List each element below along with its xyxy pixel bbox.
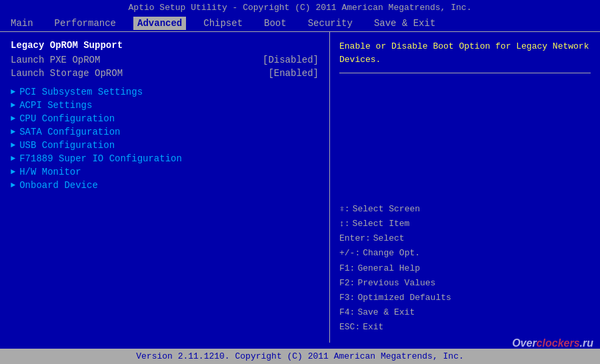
nav-item-sata-configuration[interactable]: ►SATA Configuration (11, 125, 319, 139)
shortcut-desc: Previous Values (357, 276, 435, 291)
setting-row: Launch PXE OpROM[Disabled] (11, 53, 319, 67)
nav-item-onboard-device[interactable]: ►Onboard Device (11, 179, 319, 192)
nav-items-container: ►PCI Subsystem Settings►ACPI Settings►CP… (11, 85, 319, 192)
title-text: Aptio Setup Utility - Copyright (C) 2011… (129, 3, 472, 13)
nav-item-f71889-super-io-configuration[interactable]: ►F71889 Super IO Configuration (11, 152, 319, 165)
menu-item-main[interactable]: Main (7, 17, 37, 30)
menu-item-security[interactable]: Security (304, 17, 357, 30)
shortcut-key: ESC: (339, 320, 360, 335)
nav-arrow: ► (11, 101, 15, 110)
menu-item-advanced[interactable]: Advanced (133, 17, 186, 30)
nav-item-label: SATA Configuration (19, 127, 120, 137)
menu-item-boot[interactable]: Boot (260, 17, 291, 30)
shortcut-row: ⇳:Select Screen (339, 202, 591, 217)
shortcut-desc: Exit (363, 320, 383, 335)
watermark-prefix: Over (512, 337, 536, 349)
menu-item-chipset[interactable]: Chipset (199, 17, 247, 30)
nav-arrow: ► (11, 167, 15, 177)
menu-item-save---exit[interactable]: Save & Exit (370, 17, 439, 30)
nav-arrow: ► (11, 141, 15, 150)
nav-item-cpu-configuration[interactable]: ►CPU Configuration (11, 112, 319, 125)
shortcut-key: ↕: (339, 217, 350, 231)
setting-value: [Enabled] (268, 68, 319, 79)
shortcut-key: F3: (339, 291, 355, 305)
setting-value: [Disabled] (263, 55, 319, 65)
section-title: Legacy OpROM Support (11, 40, 319, 51)
shortcuts: ⇳:Select Screen↕:Select ItemEnter:Select… (339, 202, 591, 335)
footer-text: Version 2.11.1210. Copyright (C) 2011 Am… (136, 351, 463, 361)
shortcut-key: F4: (339, 305, 355, 320)
shortcut-row: F2:Previous Values (339, 276, 591, 291)
nav-arrow: ► (11, 114, 15, 123)
nav-item-label: CPU Configuration (19, 113, 115, 124)
help-text: Enable or Disable Boot Option for Legacy… (339, 40, 591, 73)
settings-container: Launch PXE OpROM[Disabled]Launch Storage… (11, 53, 319, 80)
setting-label: Launch Storage OpROM (11, 68, 123, 79)
shortcut-desc: Save & Exit (357, 305, 415, 320)
right-panel: Enable or Disable Boot Option for Legacy… (330, 32, 600, 343)
shortcut-row: +/-:Change Opt. (339, 246, 591, 261)
footer: Version 2.11.1210. Copyright (C) 2011 Am… (0, 349, 600, 364)
watermark-suffix: .ru (580, 337, 593, 349)
nav-arrow: ► (11, 127, 15, 137)
shortcut-desc: General Help (357, 261, 420, 276)
main-content: Legacy OpROM Support Launch PXE OpROM[Di… (0, 32, 600, 343)
nav-arrow: ► (11, 87, 15, 97)
shortcut-key: F1: (339, 261, 355, 276)
shortcut-row: ESC:Exit (339, 320, 591, 335)
shortcut-desc: Optimized Defaults (357, 291, 451, 305)
shortcut-key: Enter: (339, 231, 371, 246)
menu-item-performance[interactable]: Performance (51, 17, 120, 30)
nav-item-label: USB Configuration (19, 140, 115, 151)
shortcut-row: ↕:Select Item (339, 217, 591, 231)
shortcut-row: F1:General Help (339, 261, 591, 276)
nav-item-label: H/W Monitor (19, 167, 81, 177)
nav-item-label: PCI Subsystem Settings (19, 87, 143, 97)
nav-item-label: F71889 Super IO Configuration (19, 153, 182, 164)
nav-arrow: ► (11, 181, 15, 190)
shortcut-key: F2: (339, 276, 355, 291)
nav-item-usb-configuration[interactable]: ►USB Configuration (11, 139, 319, 152)
left-panel: Legacy OpROM Support Launch PXE OpROM[Di… (0, 32, 330, 343)
shortcut-desc: Select Item (353, 217, 410, 231)
watermark: Overclockers.ru (512, 337, 593, 349)
shortcut-desc: Select Screen (353, 202, 420, 217)
title-bar: Aptio Setup Utility - Copyright (C) 2011… (0, 0, 600, 15)
nav-item-h-w-monitor[interactable]: ►H/W Monitor (11, 165, 319, 179)
shortcut-row: F3:Optimized Defaults (339, 291, 591, 305)
menu-bar: MainPerformanceAdvancedChipsetBootSecuri… (0, 15, 600, 32)
nav-item-label: ACPI Settings (19, 100, 92, 111)
nav-item-acpi-settings[interactable]: ►ACPI Settings (11, 99, 319, 112)
shortcut-key: +/-: (339, 246, 360, 261)
shortcut-key: ⇳: (339, 202, 350, 217)
watermark-highlight: clockers (537, 337, 580, 349)
nav-item-pci-subsystem-settings[interactable]: ►PCI Subsystem Settings (11, 85, 319, 99)
shortcut-row: F4:Save & Exit (339, 305, 591, 320)
shortcut-row: Enter:Select (339, 231, 591, 246)
nav-item-label: Onboard Device (19, 180, 98, 191)
nav-arrow: ► (11, 154, 15, 163)
setting-label: Launch PXE OpROM (11, 55, 100, 65)
shortcut-desc: Select (373, 231, 405, 246)
setting-row: Launch Storage OpROM[Enabled] (11, 67, 319, 80)
shortcut-desc: Change Opt. (363, 246, 420, 261)
